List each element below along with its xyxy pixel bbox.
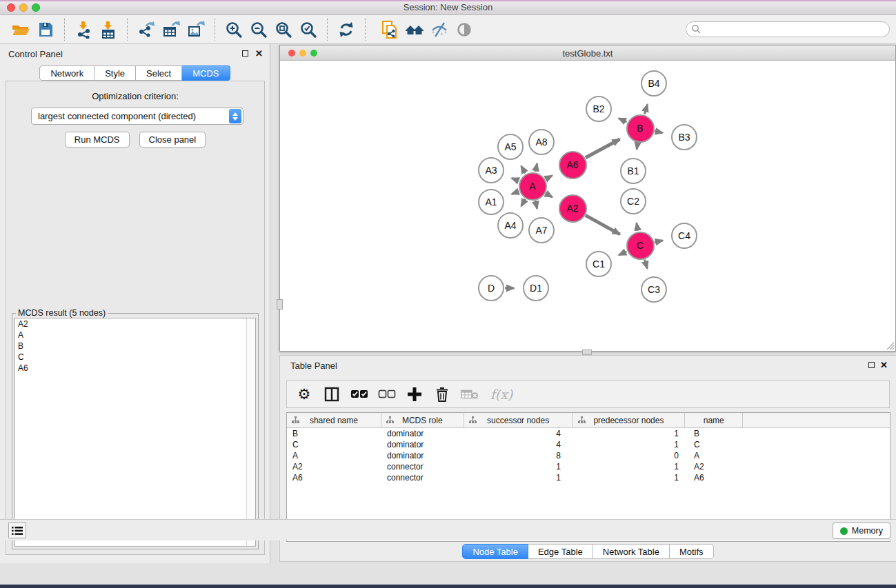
column-header-MCDS-role[interactable]: MCDS role [381, 413, 464, 428]
graph-node-C2[interactable]: C2 [620, 188, 646, 214]
graph-node-A1[interactable]: A1 [478, 189, 504, 215]
graph-node-C3[interactable]: C3 [641, 276, 667, 303]
graph-node-B2[interactable]: B2 [586, 96, 612, 122]
tab-motifs[interactable]: Motifs [670, 544, 714, 559]
zoom-out-button[interactable] [246, 17, 271, 42]
column-header-successor-nodes[interactable]: successor nodes [464, 413, 573, 428]
show-graphics-button[interactable] [452, 17, 477, 42]
search-box[interactable] [686, 21, 890, 37]
column-header-predecessor-nodes[interactable]: predecessor nodes [573, 413, 686, 428]
column-header-shared-name[interactable]: shared name [287, 413, 381, 428]
mcds-result-list[interactable]: A2ABCA6 [14, 318, 256, 547]
deselect-all-button[interactable] [378, 385, 396, 403]
zoom-fit-button[interactable] [271, 17, 296, 42]
save-session-button[interactable] [33, 17, 58, 42]
float-panel-icon[interactable] [868, 362, 875, 368]
graph-node-B1[interactable]: B1 [620, 158, 646, 184]
export-image-button[interactable] [183, 17, 208, 42]
mcds-result-item[interactable]: B [15, 341, 255, 352]
graph-node-A2[interactable]: A2 [559, 194, 587, 223]
edge-C-C2[interactable] [637, 223, 638, 231]
graph-node-C4[interactable]: C4 [671, 223, 697, 249]
delete-row-button[interactable] [433, 385, 451, 403]
edge-A6-B[interactable] [586, 139, 620, 158]
column-header-name[interactable]: name [685, 413, 743, 428]
table-row[interactable]: Cdominator41C [287, 439, 890, 450]
float-panel-icon[interactable] [242, 50, 248, 57]
edge-B-B1[interactable] [637, 143, 637, 149]
table-settings-button[interactable]: ⚙ [295, 385, 313, 403]
mcds-result-item[interactable]: A6 [15, 363, 255, 374]
graph-node-A7[interactable]: A7 [528, 217, 555, 243]
graph-node-C[interactable]: C [626, 232, 655, 260]
resize-grip-icon[interactable] [885, 341, 895, 350]
edge-C-C3[interactable] [644, 260, 647, 269]
export-network-button[interactable] [134, 17, 159, 42]
edge-B-B2[interactable] [619, 119, 627, 122]
graph-node-C1[interactable]: C1 [586, 251, 612, 277]
graph-node-A6[interactable]: A6 [559, 151, 587, 179]
graph-node-A3[interactable]: A3 [478, 157, 504, 183]
tab-mcds[interactable]: MCDS [182, 65, 230, 81]
graph-node-A5[interactable]: A5 [497, 134, 524, 160]
tab-network[interactable]: Network [39, 65, 94, 81]
open-file-button[interactable] [8, 17, 33, 42]
graph-node-A[interactable]: A [519, 172, 547, 201]
memory-button[interactable]: Memory [833, 523, 890, 539]
hide-graphics-button[interactable] [427, 17, 452, 42]
graph-node-A8[interactable]: A8 [528, 129, 555, 155]
edge-A-A5[interactable] [521, 166, 526, 173]
edge-C-C4[interactable] [655, 241, 663, 243]
edge-A-A3[interactable] [512, 178, 519, 181]
tab-network-table[interactable]: Network Table [593, 544, 670, 559]
edge-A-A7[interactable] [535, 201, 537, 209]
refresh-button[interactable] [334, 17, 359, 42]
mcds-result-item[interactable]: A2 [15, 318, 255, 330]
vertical-scroll-thumb[interactable] [277, 299, 283, 310]
horizontal-scroll-thumb[interactable] [582, 349, 592, 355]
table-row[interactable]: Bdominator41B [287, 428, 890, 439]
graph-node-B4[interactable]: B4 [641, 70, 667, 97]
tab-node-table[interactable]: Node Table [462, 544, 528, 559]
edge-A-A1[interactable] [512, 192, 519, 194]
tab-select[interactable]: Select [136, 65, 182, 81]
run-mcds-button[interactable]: Run MCDS [65, 132, 130, 148]
import-network-button[interactable] [71, 17, 96, 42]
table-row[interactable]: Adominator80A [287, 450, 890, 461]
import-table-button[interactable] [96, 17, 121, 42]
graph-node-D1[interactable]: D1 [523, 275, 549, 301]
search-input[interactable] [701, 23, 889, 36]
network-canvas[interactable]: B4B2BB3A8A5A6A3B1AC2A1A2A4A7C4CC1C3DD1 [280, 61, 895, 351]
task-history-button[interactable] [8, 523, 26, 538]
add-row-button[interactable] [406, 385, 424, 403]
close-panel-button[interactable]: Close panel [139, 132, 206, 148]
tab-edge-table[interactable]: Edge Table [528, 544, 593, 559]
edge-A-A8[interactable] [535, 163, 537, 172]
graph-node-A4[interactable]: A4 [497, 212, 524, 239]
mcds-result-item[interactable]: A [15, 330, 255, 341]
close-panel-icon[interactable]: ✕ [255, 48, 263, 59]
edge-A-A2[interactable] [546, 193, 552, 196]
edge-A2-C[interactable] [586, 215, 620, 234]
edge-B-B4[interactable] [644, 105, 647, 114]
edge-A-A6[interactable] [546, 176, 552, 179]
graph-node-D[interactable]: D [478, 275, 504, 301]
network-window-titlebar[interactable]: testGlobe.txt [280, 45, 895, 61]
copy-network-button[interactable] [377, 17, 402, 42]
edge-B-B3[interactable] [655, 131, 663, 132]
tab-style[interactable]: Style [94, 65, 136, 81]
zoom-in-button[interactable] [221, 17, 246, 42]
home-views-button[interactable] [402, 17, 427, 42]
scrollbar-track[interactable] [246, 318, 255, 546]
table-row[interactable]: A2connector11A2 [287, 461, 890, 472]
edge-C-C1[interactable] [619, 252, 626, 255]
show-columns-button[interactable] [323, 385, 341, 403]
graph-node-B3[interactable]: B3 [671, 124, 697, 150]
zoom-selected-button[interactable] [296, 17, 321, 42]
select-all-button[interactable] [350, 385, 368, 403]
table-row[interactable]: A6connector11A6 [287, 472, 890, 483]
graph-node-B[interactable]: B [626, 114, 655, 143]
criterion-select[interactable]: largest connected component (directed) [31, 108, 243, 125]
mcds-result-item[interactable]: C [15, 352, 255, 363]
export-table-button[interactable] [159, 17, 183, 42]
